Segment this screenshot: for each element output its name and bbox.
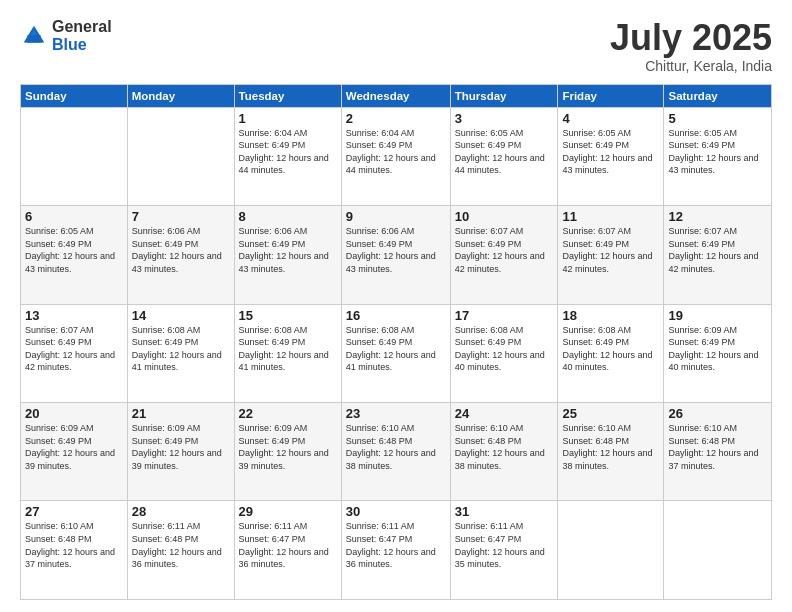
logo-general-text: General: [52, 18, 112, 36]
day-info: Sunrise: 6:08 AM Sunset: 6:49 PM Dayligh…: [132, 324, 230, 374]
main-title: July 2025: [610, 18, 772, 58]
calendar-cell: 25Sunrise: 6:10 AM Sunset: 6:48 PM Dayli…: [558, 403, 664, 501]
calendar-week-row: 6Sunrise: 6:05 AM Sunset: 6:49 PM Daylig…: [21, 206, 772, 304]
day-info: Sunrise: 6:05 AM Sunset: 6:49 PM Dayligh…: [455, 127, 554, 177]
day-info: Sunrise: 6:07 AM Sunset: 6:49 PM Dayligh…: [668, 225, 767, 275]
calendar-cell: 27Sunrise: 6:10 AM Sunset: 6:48 PM Dayli…: [21, 501, 128, 600]
weekday-header-wednesday: Wednesday: [341, 84, 450, 107]
calendar-cell: [664, 501, 772, 600]
day-info: Sunrise: 6:04 AM Sunset: 6:49 PM Dayligh…: [346, 127, 446, 177]
day-info: Sunrise: 6:06 AM Sunset: 6:49 PM Dayligh…: [239, 225, 337, 275]
logo-icon: [20, 22, 48, 50]
day-number: 17: [455, 308, 554, 323]
calendar-cell: [21, 107, 128, 205]
calendar-cell: 13Sunrise: 6:07 AM Sunset: 6:49 PM Dayli…: [21, 304, 128, 402]
day-number: 21: [132, 406, 230, 421]
calendar-cell: 23Sunrise: 6:10 AM Sunset: 6:48 PM Dayli…: [341, 403, 450, 501]
day-number: 13: [25, 308, 123, 323]
weekday-header-row: SundayMondayTuesdayWednesdayThursdayFrid…: [21, 84, 772, 107]
logo: General Blue: [20, 18, 112, 53]
calendar-cell: [558, 501, 664, 600]
calendar-cell: 3Sunrise: 6:05 AM Sunset: 6:49 PM Daylig…: [450, 107, 558, 205]
calendar-cell: 19Sunrise: 6:09 AM Sunset: 6:49 PM Dayli…: [664, 304, 772, 402]
day-number: 6: [25, 209, 123, 224]
calendar-cell: 24Sunrise: 6:10 AM Sunset: 6:48 PM Dayli…: [450, 403, 558, 501]
calendar-week-row: 1Sunrise: 6:04 AM Sunset: 6:49 PM Daylig…: [21, 107, 772, 205]
calendar-cell: 10Sunrise: 6:07 AM Sunset: 6:49 PM Dayli…: [450, 206, 558, 304]
calendar-cell: 17Sunrise: 6:08 AM Sunset: 6:49 PM Dayli…: [450, 304, 558, 402]
calendar-week-row: 13Sunrise: 6:07 AM Sunset: 6:49 PM Dayli…: [21, 304, 772, 402]
day-info: Sunrise: 6:07 AM Sunset: 6:49 PM Dayligh…: [562, 225, 659, 275]
day-number: 24: [455, 406, 554, 421]
day-info: Sunrise: 6:11 AM Sunset: 6:47 PM Dayligh…: [239, 520, 337, 570]
day-number: 22: [239, 406, 337, 421]
calendar-cell: 16Sunrise: 6:08 AM Sunset: 6:49 PM Dayli…: [341, 304, 450, 402]
day-number: 27: [25, 504, 123, 519]
weekday-header-sunday: Sunday: [21, 84, 128, 107]
day-info: Sunrise: 6:04 AM Sunset: 6:49 PM Dayligh…: [239, 127, 337, 177]
day-number: 23: [346, 406, 446, 421]
day-info: Sunrise: 6:07 AM Sunset: 6:49 PM Dayligh…: [25, 324, 123, 374]
weekday-header-friday: Friday: [558, 84, 664, 107]
day-info: Sunrise: 6:06 AM Sunset: 6:49 PM Dayligh…: [132, 225, 230, 275]
day-info: Sunrise: 6:10 AM Sunset: 6:48 PM Dayligh…: [25, 520, 123, 570]
calendar-week-row: 20Sunrise: 6:09 AM Sunset: 6:49 PM Dayli…: [21, 403, 772, 501]
title-block: July 2025 Chittur, Kerala, India: [610, 18, 772, 74]
calendar-cell: 20Sunrise: 6:09 AM Sunset: 6:49 PM Dayli…: [21, 403, 128, 501]
svg-rect-2: [27, 35, 40, 42]
calendar-cell: 8Sunrise: 6:06 AM Sunset: 6:49 PM Daylig…: [234, 206, 341, 304]
calendar-cell: 4Sunrise: 6:05 AM Sunset: 6:49 PM Daylig…: [558, 107, 664, 205]
day-info: Sunrise: 6:11 AM Sunset: 6:47 PM Dayligh…: [455, 520, 554, 570]
day-info: Sunrise: 6:10 AM Sunset: 6:48 PM Dayligh…: [562, 422, 659, 472]
day-info: Sunrise: 6:08 AM Sunset: 6:49 PM Dayligh…: [455, 324, 554, 374]
calendar-cell: 11Sunrise: 6:07 AM Sunset: 6:49 PM Dayli…: [558, 206, 664, 304]
calendar-cell: 1Sunrise: 6:04 AM Sunset: 6:49 PM Daylig…: [234, 107, 341, 205]
day-number: 16: [346, 308, 446, 323]
day-info: Sunrise: 6:08 AM Sunset: 6:49 PM Dayligh…: [562, 324, 659, 374]
calendar-cell: 18Sunrise: 6:08 AM Sunset: 6:49 PM Dayli…: [558, 304, 664, 402]
day-number: 30: [346, 504, 446, 519]
day-number: 28: [132, 504, 230, 519]
day-info: Sunrise: 6:10 AM Sunset: 6:48 PM Dayligh…: [455, 422, 554, 472]
day-number: 20: [25, 406, 123, 421]
day-info: Sunrise: 6:05 AM Sunset: 6:49 PM Dayligh…: [562, 127, 659, 177]
day-number: 1: [239, 111, 337, 126]
calendar-cell: 14Sunrise: 6:08 AM Sunset: 6:49 PM Dayli…: [127, 304, 234, 402]
day-number: 8: [239, 209, 337, 224]
day-number: 18: [562, 308, 659, 323]
day-info: Sunrise: 6:09 AM Sunset: 6:49 PM Dayligh…: [239, 422, 337, 472]
calendar-cell: 12Sunrise: 6:07 AM Sunset: 6:49 PM Dayli…: [664, 206, 772, 304]
calendar-cell: 15Sunrise: 6:08 AM Sunset: 6:49 PM Dayli…: [234, 304, 341, 402]
day-number: 7: [132, 209, 230, 224]
logo-text: General Blue: [52, 18, 112, 53]
day-number: 19: [668, 308, 767, 323]
day-number: 26: [668, 406, 767, 421]
calendar-cell: 26Sunrise: 6:10 AM Sunset: 6:48 PM Dayli…: [664, 403, 772, 501]
day-info: Sunrise: 6:08 AM Sunset: 6:49 PM Dayligh…: [239, 324, 337, 374]
day-number: 5: [668, 111, 767, 126]
day-number: 14: [132, 308, 230, 323]
day-number: 25: [562, 406, 659, 421]
page: General Blue July 2025 Chittur, Kerala, …: [0, 0, 792, 612]
calendar-cell: 7Sunrise: 6:06 AM Sunset: 6:49 PM Daylig…: [127, 206, 234, 304]
day-number: 9: [346, 209, 446, 224]
day-info: Sunrise: 6:09 AM Sunset: 6:49 PM Dayligh…: [25, 422, 123, 472]
subtitle: Chittur, Kerala, India: [610, 58, 772, 74]
weekday-header-monday: Monday: [127, 84, 234, 107]
day-info: Sunrise: 6:09 AM Sunset: 6:49 PM Dayligh…: [668, 324, 767, 374]
calendar-cell: 2Sunrise: 6:04 AM Sunset: 6:49 PM Daylig…: [341, 107, 450, 205]
weekday-header-saturday: Saturday: [664, 84, 772, 107]
logo-blue-text: Blue: [52, 36, 112, 54]
day-info: Sunrise: 6:06 AM Sunset: 6:49 PM Dayligh…: [346, 225, 446, 275]
day-number: 3: [455, 111, 554, 126]
day-info: Sunrise: 6:05 AM Sunset: 6:49 PM Dayligh…: [25, 225, 123, 275]
weekday-header-tuesday: Tuesday: [234, 84, 341, 107]
day-info: Sunrise: 6:11 AM Sunset: 6:47 PM Dayligh…: [346, 520, 446, 570]
calendar-table: SundayMondayTuesdayWednesdayThursdayFrid…: [20, 84, 772, 600]
calendar-cell: 6Sunrise: 6:05 AM Sunset: 6:49 PM Daylig…: [21, 206, 128, 304]
calendar-cell: 21Sunrise: 6:09 AM Sunset: 6:49 PM Dayli…: [127, 403, 234, 501]
day-info: Sunrise: 6:07 AM Sunset: 6:49 PM Dayligh…: [455, 225, 554, 275]
calendar-week-row: 27Sunrise: 6:10 AM Sunset: 6:48 PM Dayli…: [21, 501, 772, 600]
day-info: Sunrise: 6:08 AM Sunset: 6:49 PM Dayligh…: [346, 324, 446, 374]
day-info: Sunrise: 6:09 AM Sunset: 6:49 PM Dayligh…: [132, 422, 230, 472]
